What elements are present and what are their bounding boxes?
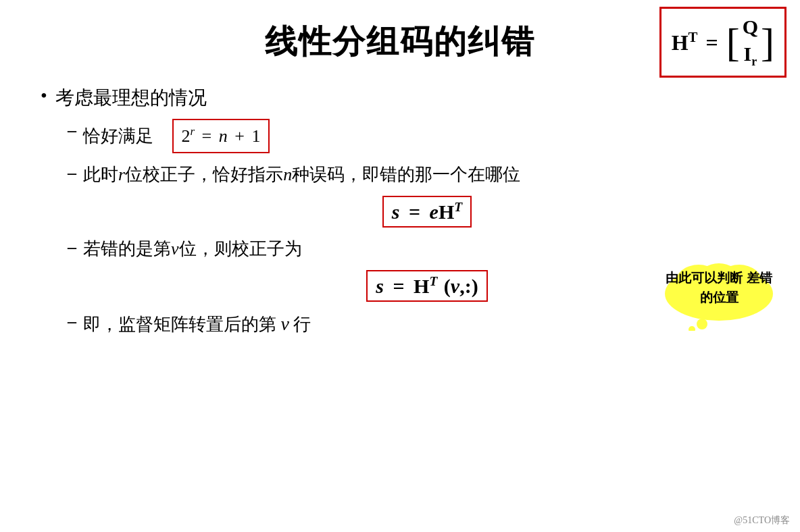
formula-s-center: s = eHT — [95, 196, 759, 228]
svg-point-5 — [689, 326, 695, 331]
formula-2r: 2r = n + 1 — [172, 119, 270, 153]
dash-3: – — [68, 237, 76, 257]
formula-sv-box: s = HT (v,:) — [366, 270, 487, 302]
cloud-annotation: 由此可以判断 差错的位置 — [651, 250, 786, 334]
formula-s-box: s = eHT — [382, 196, 472, 228]
ht-bracket: [ Q Ir ] — [726, 16, 774, 69]
bullet-item-1: • 考虑最理想的情况 — [41, 84, 759, 112]
slide-title: 线性分组码的纠错 — [41, 20, 759, 63]
dash-2: – — [68, 163, 76, 183]
sub-text-3: 若错的是第v位，则校正子为 — [83, 236, 302, 262]
matrix-row-Q: Q — [743, 16, 758, 38]
bullet-dot-1: • — [41, 85, 47, 107]
sub-item-1: – 恰好满足 2r = n + 1 — [68, 119, 759, 153]
sub-text-2: 此时r位校正子，恰好指示n种误码，即错的那一个在哪位 — [83, 161, 520, 188]
sub-text-4: 即，监督矩阵转置后的第 v 行 — [83, 310, 311, 338]
sub-text-1: 恰好满足 2r = n + 1 — [83, 119, 275, 153]
svg-point-4 — [697, 319, 707, 329]
dash-1: – — [68, 120, 76, 140]
dash-4: – — [68, 311, 76, 331]
ht-label: HT = — [672, 29, 721, 55]
sub-item-2: – 此时r位校正子，恰好指示n种误码，即错的那一个在哪位 — [68, 161, 759, 188]
matrix-row-I: Ir — [744, 43, 757, 69]
ht-matrix-box: HT = [ Q Ir ] — [659, 7, 786, 78]
watermark: @51CTO博客 — [734, 514, 790, 527]
cloud-text: 由此可以判断 差错的位置 — [664, 269, 774, 307]
bullet-text-1: 考虑最理想的情况 — [55, 84, 207, 112]
slide: 线性分组码的纠错 HT = [ Q Ir ] — [0, 0, 800, 532]
